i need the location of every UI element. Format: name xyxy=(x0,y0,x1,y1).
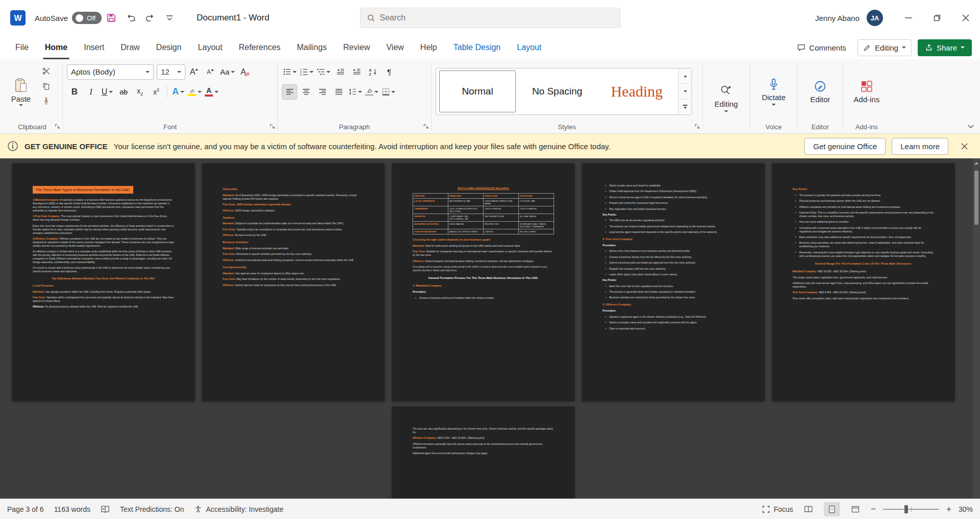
minimize-button[interactable] xyxy=(894,0,923,36)
tab-home[interactable]: Home xyxy=(37,36,76,59)
print-layout-button[interactable] xyxy=(824,502,840,516)
proofing-status[interactable] xyxy=(101,505,110,513)
clipboard-dialog-launcher[interactable] xyxy=(54,123,61,130)
borders-button[interactable] xyxy=(380,84,396,100)
tab-insert[interactable]: Insert xyxy=(76,36,112,59)
text-effects-button[interactable]: A xyxy=(171,84,186,100)
multilevel-list-button[interactable] xyxy=(316,64,331,80)
change-case-button[interactable]: Aa xyxy=(219,64,236,80)
zoom-level[interactable]: 30% xyxy=(959,505,973,513)
show-hide-formatting-button[interactable]: ¶ xyxy=(381,64,397,80)
copy-button[interactable] xyxy=(39,79,53,92)
word-count[interactable]: 1163 words xyxy=(54,505,90,513)
font-name-select[interactable]: Aptos (Body) xyxy=(67,64,154,80)
dictate-button[interactable]: Dictate xyxy=(754,78,793,106)
style-no-spacing[interactable]: No Spacing xyxy=(519,70,595,112)
justify-button[interactable] xyxy=(331,84,346,100)
addins-button[interactable]: Add-ins xyxy=(847,80,886,104)
close-button[interactable] xyxy=(951,0,980,36)
scrollbar-thumb[interactable] xyxy=(974,171,978,225)
page-indicator[interactable]: Page 3 of 6 xyxy=(7,505,44,513)
font-color-button[interactable]: A xyxy=(204,84,220,100)
italic-button[interactable]: I xyxy=(83,84,99,100)
style-gallery-more-button[interactable] xyxy=(679,100,691,114)
tab-mailings[interactable]: Mailings xyxy=(289,36,335,59)
bullets-button[interactable] xyxy=(282,64,298,80)
zoom-out-button[interactable]: − xyxy=(871,504,876,514)
zoom-slider-thumb[interactable] xyxy=(904,505,908,513)
style-gallery-up-button[interactable] xyxy=(679,68,691,84)
comments-button[interactable]: Comments xyxy=(792,39,852,56)
shrink-font-button[interactable]: A xyxy=(203,64,218,80)
editor-button[interactable]: Editor xyxy=(802,80,839,104)
tab-references[interactable]: References xyxy=(230,36,289,59)
text-highlight-color-button[interactable] xyxy=(187,84,203,100)
collapse-ribbon-button[interactable] xyxy=(967,124,975,129)
read-mode-button[interactable] xyxy=(800,502,817,516)
tab-table-design[interactable]: Table Design xyxy=(445,36,509,59)
subscript-button[interactable]: x2 xyxy=(132,84,148,100)
text-predictions-status[interactable]: Text Predictions: On xyxy=(120,505,184,513)
document-page-3[interactable]: Here's a table summarizing the key point… xyxy=(392,163,575,401)
web-layout-button[interactable] xyxy=(847,502,864,516)
tab-help[interactable]: Help xyxy=(412,36,445,59)
scroll-up-button[interactable] xyxy=(973,158,980,168)
align-left-button[interactable] xyxy=(282,84,297,100)
learn-more-button[interactable]: Learn more xyxy=(892,138,948,155)
paragraph-dialog-launcher[interactable] xyxy=(423,123,429,130)
search-box[interactable] xyxy=(360,8,620,28)
document-page-6[interactable]: The cost can vary significantly dependin… xyxy=(392,407,575,499)
user-avatar[interactable]: JA xyxy=(867,10,883,26)
strikethrough-button[interactable]: ab xyxy=(116,84,131,100)
autosave-toggle[interactable]: AutoSave Off xyxy=(35,12,102,24)
grow-font-button[interactable]: A xyxy=(186,64,202,80)
zoom-slider[interactable] xyxy=(883,509,939,510)
line-spacing-button[interactable] xyxy=(347,84,363,100)
font-dialog-launcher[interactable] xyxy=(269,123,276,130)
accessibility-status[interactable]: Accessibility: Investigate xyxy=(194,505,283,513)
align-right-button[interactable] xyxy=(315,84,330,100)
tab-design[interactable]: Design xyxy=(148,36,190,59)
numbering-button[interactable]: 123 xyxy=(299,64,315,80)
tab-draw[interactable]: Draw xyxy=(112,36,148,59)
format-painter-button[interactable] xyxy=(39,95,53,108)
document-page-2[interactable]: Ownership:Mainland: As of December 2020,… xyxy=(202,163,385,401)
editing-mode-button[interactable]: Editing xyxy=(857,39,912,56)
style-heading[interactable]: Heading xyxy=(599,70,675,112)
bold-button[interactable]: B xyxy=(67,84,82,100)
undo-button[interactable] xyxy=(121,8,140,28)
document-page-5[interactable]: Key Points:The process is typically the … xyxy=(772,163,954,401)
tab-layout[interactable]: Layout xyxy=(189,36,230,59)
style-gallery-down-button[interactable] xyxy=(679,84,691,99)
tab-file[interactable]: File xyxy=(7,36,37,59)
paste-button[interactable]: Paste xyxy=(6,63,36,120)
search-input[interactable] xyxy=(380,13,614,22)
font-size-select[interactable]: 12 xyxy=(157,64,185,80)
sort-button[interactable]: AZ xyxy=(365,64,380,80)
vertical-scrollbar[interactable] xyxy=(973,158,980,499)
clear-formatting-button[interactable]: A xyxy=(237,64,252,80)
get-genuine-office-button[interactable]: Get genuine Office xyxy=(804,138,886,155)
zoom-in-button[interactable]: + xyxy=(946,504,951,514)
tab-view[interactable]: View xyxy=(378,36,412,59)
align-center-button[interactable] xyxy=(298,84,314,100)
decrease-indent-button[interactable] xyxy=(332,64,348,80)
superscript-button[interactable]: x2 xyxy=(149,84,164,100)
tab-review[interactable]: Review xyxy=(335,36,378,59)
save-button[interactable] xyxy=(102,8,121,28)
shading-button[interactable] xyxy=(364,84,379,100)
increase-indent-button[interactable] xyxy=(349,64,364,80)
document-page-1[interactable]: The Three Main Types of Business Formati… xyxy=(12,163,195,401)
cut-button[interactable] xyxy=(39,64,53,77)
styles-dialog-launcher[interactable] xyxy=(694,123,701,130)
share-button[interactable]: Share xyxy=(918,39,972,56)
notification-close-button[interactable] xyxy=(955,137,973,155)
underline-button[interactable]: U xyxy=(100,84,115,100)
restore-button[interactable] xyxy=(923,0,951,36)
focus-button[interactable]: Focus xyxy=(762,505,793,513)
document-page-4[interactable]: Select a trade name and check for availa… xyxy=(582,163,764,401)
autosave-switch[interactable]: Off xyxy=(72,12,102,24)
editing-button[interactable]: Editing xyxy=(707,84,746,112)
customize-quick-access-toolbar-button[interactable] xyxy=(160,8,179,28)
style-normal[interactable]: Normal xyxy=(439,70,516,112)
